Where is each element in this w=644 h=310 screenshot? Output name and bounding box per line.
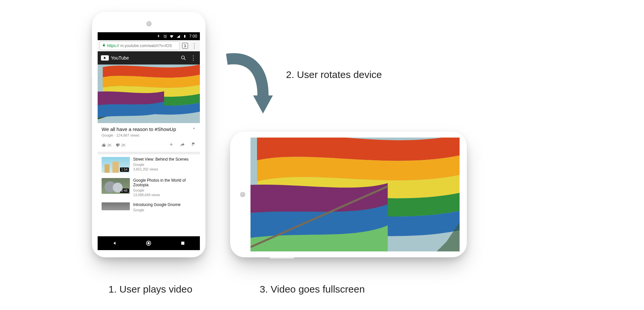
- related-channel: Google: [133, 163, 144, 167]
- phone-speaker-icon: [240, 192, 245, 197]
- caption-step-1: 1. User plays video: [108, 284, 192, 295]
- youtube-menu-button[interactable]: ⋮: [190, 55, 197, 61]
- url-input[interactable]: https:// m.youtube.com/watch?v=IOS: [100, 41, 179, 50]
- bluetooth-icon: [156, 34, 161, 39]
- chevron-down-icon: [191, 126, 197, 131]
- nav-home-icon: [145, 240, 152, 246]
- youtube-brand-text: YouTube: [111, 55, 129, 61]
- video-title: We all have a reason to #ShowUp: [102, 126, 196, 132]
- flag-button[interactable]: [191, 142, 196, 148]
- svg-rect-3: [185, 35, 185, 35]
- video-player[interactable]: [98, 65, 200, 123]
- nav-recents-button[interactable]: [179, 240, 186, 247]
- thumbs-down-icon: [115, 143, 120, 147]
- video-frame-flag: [98, 65, 200, 123]
- alarm-icon: [163, 34, 167, 39]
- svg-point-5: [181, 56, 184, 59]
- rotate-arrow-icon: [220, 49, 279, 126]
- youtube-logo[interactable]: YouTube: [101, 55, 129, 61]
- svg-point-8: [148, 242, 150, 245]
- dislike-count: 2K: [121, 143, 125, 147]
- nav-back-button[interactable]: [111, 240, 118, 247]
- dislike-button[interactable]: 2K: [115, 143, 125, 147]
- related-channel: Google: [133, 208, 144, 212]
- svg-marker-0: [253, 95, 273, 114]
- phone-portrait-screen: 7:00 https:// m.youtube.com/watch?v=IOS …: [98, 32, 200, 250]
- phone-landscape: [230, 132, 467, 257]
- svg-rect-4: [103, 45, 105, 46]
- svg-rect-9: [181, 242, 184, 245]
- related-videos: 1:54 Street View: Behind the Scenes Goog…: [98, 154, 200, 213]
- search-button[interactable]: [180, 55, 187, 61]
- related-title: Street View: Behind the Scenes: [133, 157, 189, 162]
- nav-recents-icon: [180, 241, 185, 246]
- phone-speaker-icon: [146, 21, 152, 26]
- fullscreen-video-frame[interactable]: [250, 138, 460, 251]
- lock-icon: [102, 43, 106, 48]
- related-views: 13,098,648 views: [133, 193, 160, 197]
- plus-icon: [169, 142, 174, 147]
- video-meta: We all have a reason to #ShowUp Google ·…: [98, 123, 200, 140]
- related-channel: Google: [133, 188, 144, 192]
- duration-badge: 1:54: [120, 168, 129, 172]
- share-button[interactable]: [180, 142, 185, 148]
- tab-switcher-button[interactable]: 1: [182, 43, 188, 49]
- caption-step-2: 2. User rotates device: [286, 69, 382, 80]
- related-row[interactable]: 0:48 Google Photos in the World of Zooto…: [98, 175, 200, 200]
- youtube-play-icon: [101, 55, 109, 61]
- nav-home-button[interactable]: [145, 240, 152, 247]
- url-rest: m.youtube.com/watch?v=IOS: [120, 43, 172, 48]
- statusbar-time: 7:00: [189, 34, 197, 39]
- cell-signal-icon: [176, 34, 180, 39]
- battery-icon: [182, 34, 187, 39]
- related-views: 3,651,202 views: [133, 167, 158, 171]
- youtube-app-header: YouTube ⋮: [98, 51, 200, 65]
- phone-landscape-screen: [250, 138, 460, 251]
- related-thumbnail: 0:48: [102, 178, 130, 194]
- android-statusbar: 7:00: [98, 32, 200, 40]
- related-title: Introducing Google Gnome: [133, 202, 180, 207]
- like-button[interactable]: 2K: [102, 143, 111, 147]
- related-title: Google Photos in the World of Zootopia: [133, 178, 196, 187]
- video-views: 124,667 views: [116, 133, 139, 137]
- chrome-menu-button[interactable]: ⋮: [191, 43, 198, 49]
- related-row[interactable]: Introducing Google Gnome Google: [98, 200, 200, 212]
- duration-badge: 0:48: [120, 189, 129, 193]
- video-subline: Google · 124,667 views: [102, 133, 196, 137]
- wifi-icon: [169, 34, 174, 39]
- thumbs-up-icon: [102, 143, 106, 147]
- related-row[interactable]: 1:54 Street View: Behind the Scenes Goog…: [98, 154, 200, 175]
- related-thumbnail: 1:54: [102, 157, 130, 173]
- phone-portrait: 7:00 https:// m.youtube.com/watch?v=IOS …: [92, 12, 205, 257]
- add-to-button[interactable]: [169, 142, 174, 148]
- chrome-omnibar: https:// m.youtube.com/watch?v=IOS 1 ⋮: [98, 40, 200, 51]
- like-count: 2K: [107, 143, 111, 147]
- related-thumbnail: [102, 202, 130, 210]
- svg-rect-2: [184, 35, 185, 38]
- expand-description-button[interactable]: [191, 126, 197, 132]
- url-scheme: https://: [107, 43, 119, 48]
- nav-back-icon: [112, 240, 118, 246]
- share-icon: [180, 142, 185, 147]
- android-navbar: [98, 236, 200, 250]
- flag-icon: [191, 142, 196, 147]
- video-actions: 2K 2K: [98, 140, 200, 154]
- video-channel[interactable]: Google: [102, 133, 113, 137]
- caption-step-3: 3. Video goes fullscreen: [260, 284, 365, 295]
- search-icon: [180, 55, 186, 61]
